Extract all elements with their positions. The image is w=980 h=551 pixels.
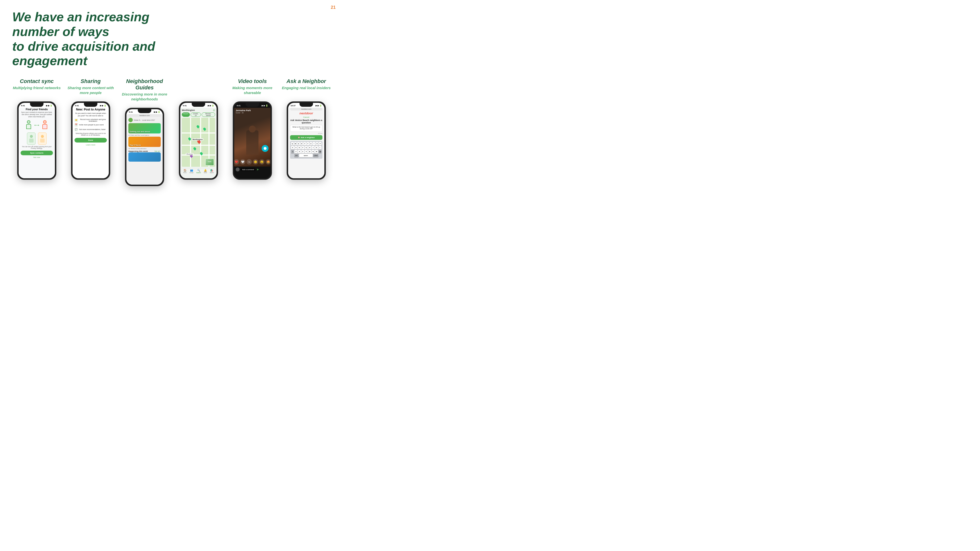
cancel-link[interactable]: Cancel <box>290 116 323 118</box>
comment-input[interactable]: Add a comment <box>240 168 256 171</box>
key-m[interactable]: M <box>315 150 318 153</box>
column-map: - - 9:41 ▶ ▶ 🔋 Worthington ◎ Recent COVI… <box>174 78 223 180</box>
phone2-body: Do you want to reach more people when yo… <box>75 112 107 117</box>
see-all-link[interactable]: See all › <box>154 150 161 152</box>
key-h[interactable]: H <box>308 146 311 149</box>
sync-contacts-button[interactable]: Sync contacts <box>21 151 53 155</box>
nav-home-label: Home <box>183 172 186 173</box>
phone-notch-5 <box>246 103 259 107</box>
reaction-white-heart[interactable]: 🤍 <box>240 159 245 165</box>
reaction-star[interactable]: 🤩 <box>266 159 270 165</box>
bottom-nav: 🏠 Home 👥 Groups 🔍 Explore 🔔 <box>182 168 215 173</box>
map-filter-covid[interactable]: COVID-19 <box>191 113 201 117</box>
reaction-wow[interactable]: 😮 <box>259 159 265 165</box>
key-a[interactable]: A <box>291 146 294 149</box>
key-b[interactable]: B <box>308 150 311 153</box>
key-f[interactable]: F <box>301 146 304 149</box>
notifications-icon: 🔔 <box>204 169 207 171</box>
col-subtitle-neighborhood-guides: Discovering more in more neighborhoods <box>120 92 169 103</box>
marketplace-icon: 🛍️ <box>210 169 213 171</box>
sharing-item-text-1: Recruit more volunteers and grow fundrai… <box>79 119 107 122</box>
happening-week-row: Happening this week See all › <box>128 150 161 152</box>
nav-home[interactable]: 🏠 Home <box>183 169 186 173</box>
phone1-screen-title: Find your friends <box>21 108 53 111</box>
col-title-video-tools: Video tools <box>238 78 267 84</box>
key-o[interactable]: O <box>316 142 318 146</box>
phone1-screen: Find your friends Sync your contacts to … <box>19 108 55 178</box>
key-k[interactable]: K <box>315 146 318 149</box>
key-z[interactable]: Z <box>294 150 298 153</box>
key-space[interactable]: space <box>299 154 313 157</box>
sharing-item-text-3: Get more recommendations, faster <box>79 129 106 130</box>
sharing-footer: Selecting Anyone allows your post to be … <box>75 132 107 136</box>
map-area: Worthington Riverlea Guide <box>182 118 215 167</box>
char-count: 47/140 <box>290 133 323 134</box>
col-title-ask-neighbor: Ask a Neighbor <box>286 78 326 84</box>
key-u[interactable]: U <box>310 142 312 146</box>
phone5-screen: Jermaine Park Guest · 3h ❤️ 🤍 +1 😊 � <box>234 108 270 178</box>
phone-contact-sync: 9:41 ▶ ▶ 🔋 Find your friends Sync your c… <box>17 102 56 180</box>
key-g[interactable]: G <box>305 146 308 149</box>
key-y[interactable]: Y <box>307 142 309 146</box>
key-e[interactable]: E <box>297 142 300 146</box>
learn-more-link[interactable]: Learn more <box>75 144 107 146</box>
key-r[interactable]: R <box>301 142 303 146</box>
nav-groups[interactable]: 👥 Groups <box>189 169 193 173</box>
key-shift[interactable]: ⇧ <box>291 150 294 153</box>
key-backspace[interactable]: ⌫ <box>318 150 321 153</box>
nav-marketplace[interactable]: 🛍️ Market <box>210 169 214 173</box>
reaction-heart[interactable]: ❤️ <box>234 159 239 165</box>
map-filter-recent[interactable]: Recent <box>182 113 190 117</box>
key-123[interactable]: 123 <box>294 154 299 157</box>
key-t[interactable]: T <box>303 142 306 146</box>
phone1-screen-desc: Sync your contacts to improve your feed,… <box>21 111 53 118</box>
phone-neighborhood-guides: 9:41 ▶ ▶ 🔋 nextdoor.com Vivian G. · Loca… <box>125 108 164 186</box>
card-week-event[interactable] <box>128 152 161 162</box>
map-filter-woman-owned[interactable]: Woman-owned <box>202 113 215 117</box>
key-d[interactable]: D <box>298 146 301 149</box>
phone6-screen: nextdoor.com nextdoor Cancel Ask Venice … <box>288 108 325 178</box>
card-getting-out[interactable]: Getting out and about <box>128 123 161 133</box>
ask-neighbor-button[interactable]: 🏠 Ask a neighbor <box>290 135 323 140</box>
key-c[interactable]: C <box>301 150 304 153</box>
column-contact-sync: Contact sync Multiplying friend networks… <box>12 78 61 180</box>
sharing-item-2: 📅 Invite more people to your event <box>75 123 107 127</box>
card-sublabel-2: YF Venice Local publication <box>128 148 161 149</box>
map-road-h2 <box>182 145 215 146</box>
nav-explore[interactable]: 🔍 Explore <box>196 169 201 173</box>
key-l[interactable]: L <box>318 146 321 149</box>
key-w[interactable]: W <box>294 142 297 146</box>
key-j[interactable]: J <box>312 146 315 149</box>
nav-notifications[interactable]: 🔔 Notifs <box>204 169 207 173</box>
key-q[interactable]: Q <box>291 142 294 146</box>
keyboard-row-1: Q W E R T Y U I O P <box>291 142 321 146</box>
explore-icon: 🔍 <box>197 169 200 171</box>
key-label[interactable]: Label <box>313 154 318 157</box>
ask-question-textarea[interactable]: What is the best beach gym to hit up dur… <box>290 125 323 132</box>
key-v[interactable]: V <box>305 150 308 153</box>
user-label: Vivian G. · Local since 2017 <box>134 119 155 121</box>
nextdoor-inner-circle <box>264 147 267 150</box>
reaction-smile[interactable]: 😊 <box>253 159 258 165</box>
key-s[interactable]: S <box>294 146 298 149</box>
key-x[interactable]: X <box>298 150 301 153</box>
phone-notch-6 <box>300 103 313 107</box>
video-person-sub: Guest · 3h <box>236 112 243 114</box>
send-icon[interactable]: ➤ <box>256 168 259 171</box>
col-subtitle-sharing: Sharing more content with more people <box>66 86 115 97</box>
phone-video-tools: 9:41 ▶ ▶ 🔋 Jermaine Park Guest · 3h <box>233 102 272 180</box>
video-person <box>234 108 270 167</box>
sharing-icon-3: 💬 <box>75 128 78 131</box>
key-n[interactable]: N <box>312 150 315 153</box>
person-head-video <box>249 125 256 132</box>
reaction-plus1[interactable]: +1 <box>247 159 252 165</box>
not-now-link[interactable]: Not now <box>21 156 53 159</box>
card-tacos[interactable]: Top 5 Tacos <box>128 137 161 147</box>
done-button[interactable]: Done <box>75 138 107 143</box>
key-i[interactable]: I <box>313 142 315 146</box>
map-location-icon: ◎ <box>213 109 215 111</box>
key-p[interactable]: P <box>319 142 321 146</box>
phone-notch-2 <box>84 103 97 107</box>
phone2-screen: New: Post to Anyone Do you want to reach… <box>73 108 109 178</box>
main-title: We have an increasing number of ways to … <box>12 10 184 68</box>
